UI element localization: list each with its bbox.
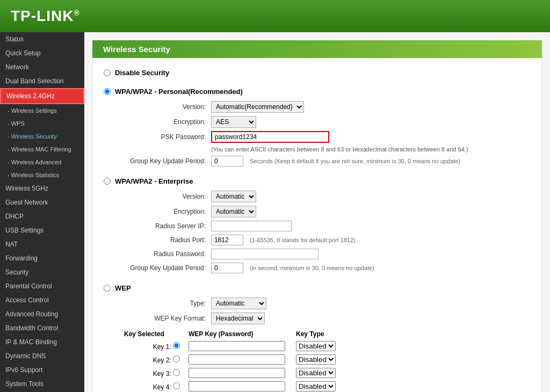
radius-pass-control	[211, 249, 319, 259]
sidebar-item-parental[interactable]: Parental Control	[0, 279, 84, 293]
psk-password-label: PSK Password:	[120, 133, 211, 141]
psk-hint: (You can enter ASCII characters between …	[120, 146, 531, 153]
wpa-enterprise-version-control: Automatic WPA WPA2	[211, 191, 256, 202]
radius-ip-control	[211, 221, 292, 231]
logo: TP-LINK®	[11, 8, 80, 25]
sidebar-item-forwarding[interactable]: Forwarding	[0, 251, 84, 265]
wep-key-1-type-select[interactable]: Disabled 64bit 128bit 152bit	[296, 341, 336, 351]
sidebar-item-guest[interactable]: Guest Network	[0, 195, 84, 209]
disable-security-radio[interactable]	[104, 69, 111, 76]
wep-key-4-type-cell: Disabled 64bit 128bit 152bit	[292, 380, 340, 392]
wpa-personal-radio[interactable]	[104, 88, 111, 95]
psk-password-input[interactable]	[211, 131, 329, 143]
sidebar-item-status[interactable]: Status	[0, 32, 84, 46]
wpa-personal-groupkey-input[interactable]	[211, 156, 243, 166]
wep-type-select[interactable]: Automatic Open System Shared Key	[211, 297, 266, 309]
sidebar-item-wireless24[interactable]: Wireless 2.4GHz	[0, 88, 84, 104]
wep-key-header: WEP Key (Password)	[184, 329, 292, 339]
radius-port-input[interactable]	[211, 235, 243, 245]
wep-key-4-input[interactable]	[189, 381, 285, 391]
wep-key-3-type-select[interactable]: Disabled 64bit 128bit 152bit	[296, 368, 336, 378]
sidebar-item-nat[interactable]: NAT	[0, 237, 84, 251]
wpa-personal-label: WPA/WPA2 - Personal(Recommended)	[115, 88, 243, 96]
sidebar-item-dhcp[interactable]: DHCP	[0, 209, 84, 223]
wep-key-3-label: Key 3:	[120, 366, 184, 380]
sidebar-item-access[interactable]: Access Control	[0, 293, 84, 307]
sidebar-item-usb[interactable]: USB Settings	[0, 223, 84, 237]
wep-key-2-radio[interactable]	[173, 355, 180, 362]
wpa-personal-version-row: Version: Automatic(Recommended) WPA WPA2	[104, 101, 531, 113]
wpa-enterprise-version-row: Version: Automatic WPA WPA2	[104, 191, 531, 202]
wep-header: WEP	[104, 284, 531, 292]
sidebar-item-network[interactable]: Network	[0, 60, 84, 74]
sidebar-item-security[interactable]: Security	[0, 265, 84, 279]
radius-pass-label: Radius Password:	[120, 250, 211, 258]
wep-key-1-input[interactable]	[189, 341, 285, 351]
sidebar-item-quicksetup[interactable]: Quick Setup	[0, 46, 84, 60]
disable-security-section: Disable Security	[104, 69, 531, 77]
wpa-personal-encryption-select[interactable]: Automatic TKIP AES	[211, 116, 256, 128]
sidebar-item-wireless-settings[interactable]: - Wireless Settings	[0, 104, 84, 117]
sidebar-item-mac-filtering[interactable]: - Wireless MAC Filtering	[0, 143, 84, 156]
wep-key-4-radio[interactable]	[173, 382, 180, 389]
sidebar-item-wireless-security[interactable]: - Wireless Security	[0, 130, 84, 143]
radius-port-row: Radius Port: (1-65535, 0 stands for defa…	[104, 235, 531, 245]
content-area: Disable Security WPA/WPA2 - Personal(Rec…	[92, 58, 542, 392]
wpa-enterprise-radio[interactable]	[104, 178, 111, 185]
wep-key-3-input[interactable]	[189, 368, 285, 378]
radius-pass-row: Radius Password:	[104, 249, 531, 259]
radius-port-control: (1-65535, 0 stands for default port 1812…	[211, 235, 356, 245]
wpa-enterprise-section: WPA/WPA2 - Enterprise Version: Automatic…	[104, 177, 531, 273]
radius-ip-input[interactable]	[211, 221, 292, 231]
wpa-personal-section: WPA/WPA2 - Personal(Recommended) Version…	[104, 88, 531, 166]
wep-key-3-radio[interactable]	[173, 369, 180, 376]
sidebar-item-advanced-routing[interactable]: Advanced Routing	[0, 307, 84, 321]
wep-radio[interactable]	[104, 285, 111, 292]
wep-key-3-row: Key 3: Disabled 64bit 128bit	[120, 366, 340, 380]
sidebar-item-wps[interactable]: - WPS	[0, 117, 84, 130]
sidebar-item-dualband[interactable]: Dual Band Selection	[0, 74, 84, 88]
wep-key-1-type-cell: Disabled 64bit 128bit 152bit	[292, 339, 340, 353]
enterprise-groupkey-input[interactable]	[211, 263, 243, 273]
sidebar-item-wireless5g[interactable]: Wireless 5GHz	[0, 182, 84, 195]
wep-type-row: Type: Automatic Open System Shared Key	[104, 297, 531, 309]
psk-password-row: PSK Password:	[104, 131, 531, 143]
sidebar-item-bandwidth[interactable]: Bandwidth Control	[0, 321, 84, 335]
disable-security-header: Disable Security	[104, 69, 531, 77]
wep-keyformat-control: Hexadecimal ASCII	[211, 313, 265, 324]
sidebar-item-wireless-stats[interactable]: - Wireless Statistics	[0, 169, 84, 182]
wep-key-table: Key Selected WEP Key (Password) Key Type…	[120, 329, 531, 392]
wep-key-2-row: Key 2: Disabled 64bit 128bit	[120, 353, 340, 366]
wep-keyformat-label: WEP Key Format:	[120, 315, 211, 322]
wpa-enterprise-encryption-label: Encryption:	[120, 208, 211, 215]
sidebar-item-systemtools[interactable]: System Tools	[0, 377, 84, 391]
wpa-personal-version-label: Version:	[120, 103, 211, 111]
wep-label: WEP	[115, 284, 131, 292]
radius-port-hint: (1-65535, 0 stands for default port 1812…	[250, 237, 356, 243]
sidebar-item-ipmac[interactable]: IP & MAC Binding	[0, 335, 84, 349]
sidebar-item-wireless-advanced[interactable]: - Wireless Advanced	[0, 156, 84, 169]
enterprise-groupkey-row: Group Key Update Period: (in second, min…	[104, 263, 531, 273]
sidebar-item-ddns[interactable]: Dynamic DNS	[0, 349, 84, 363]
radius-ip-label: Radius Server IP:	[120, 222, 211, 230]
wep-key-1-label: Key 1:	[120, 339, 184, 353]
enterprise-groupkey-hint: (in second, minimum is 30, 0 means no up…	[250, 265, 374, 271]
wpa-enterprise-version-select[interactable]: Automatic WPA WPA2	[211, 191, 256, 202]
wpa-personal-groupkey-control: Seconds (Keep it default if you are not …	[211, 156, 460, 166]
key-selected-header: Key Selected	[120, 329, 184, 339]
sidebar-item-ipv6[interactable]: IPv6 Support	[0, 363, 84, 377]
wep-key-1-radio[interactable]	[173, 342, 180, 349]
wep-key-4-type-select[interactable]: Disabled 64bit 128bit 152bit	[296, 381, 336, 391]
wep-keys-table: Key Selected WEP Key (Password) Key Type…	[120, 329, 340, 392]
wpa-personal-version-select[interactable]: Automatic(Recommended) WPA WPA2	[211, 101, 304, 113]
wep-keyformat-select[interactable]: Hexadecimal ASCII	[211, 313, 265, 324]
wep-key-1-cell	[184, 339, 292, 353]
radius-pass-input[interactable]	[211, 249, 319, 259]
wep-type-control: Automatic Open System Shared Key	[211, 297, 266, 309]
wep-keyformat-row: WEP Key Format: Hexadecimal ASCII	[104, 313, 531, 324]
wep-type-label: Type:	[120, 300, 211, 307]
wpa-enterprise-encryption-select[interactable]: Automatic TKIP AES	[211, 206, 256, 217]
wep-key-2-type-select[interactable]: Disabled 64bit 128bit 152bit	[296, 354, 336, 365]
page-title: Wireless Security	[92, 40, 542, 58]
wep-key-2-input[interactable]	[189, 354, 285, 365]
